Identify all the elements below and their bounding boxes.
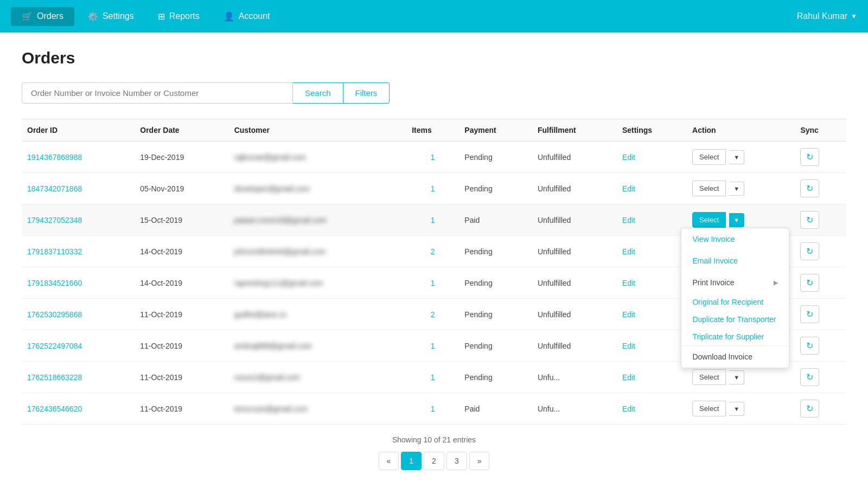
- customer-email: tomcruze@gmail.com: [234, 404, 308, 413]
- pagination-page-2[interactable]: 2: [424, 452, 444, 470]
- select-button-7[interactable]: Select: [692, 369, 726, 385]
- action-dropdown-menu: View Invoice Email Invoice Print Invoice…: [681, 228, 789, 368]
- dropdown-triplicate[interactable]: Triplicate for Supplier: [681, 328, 789, 345]
- dropdown-print-invoice[interactable]: Print Invoice ▶: [681, 272, 789, 293]
- action-cell-7: Select▼: [692, 369, 789, 385]
- nav-item-reports[interactable]: ⊞ Reports: [147, 7, 210, 26]
- search-bar: Search Filters: [22, 82, 846, 104]
- col-header-customer: Customer: [229, 119, 406, 142]
- cell-order-date: 11-Oct-2019: [135, 330, 228, 362]
- cell-customer: amitraj888@gmail.com: [229, 330, 406, 362]
- table-row: 1847342071868 05-Nov-2019 developer@gmai…: [22, 173, 846, 204]
- cell-payment: Pending: [459, 330, 532, 362]
- cell-order-date: 14-Oct-2019: [135, 267, 228, 299]
- cell-action: Select▼: [687, 173, 795, 204]
- select-button-8[interactable]: Select: [692, 401, 726, 416]
- action-cell-2: Select▼ View Invoice Email Invoice Print…: [692, 212, 789, 228]
- cell-payment: Pending: [459, 362, 532, 393]
- select-arrow-button-8[interactable]: ▼: [729, 402, 744, 416]
- select-button-1[interactable]: Select: [692, 181, 726, 196]
- nav-left: 🛒 Orders ⚙️ Settings ⊞ Reports 👤 Account: [11, 7, 281, 26]
- sync-button-1[interactable]: ↻: [800, 179, 819, 197]
- edit-link-4[interactable]: Edit: [622, 279, 635, 287]
- col-header-items: Items: [406, 119, 459, 142]
- user-name: Rahul Kumar: [797, 11, 847, 21]
- search-button[interactable]: Search: [293, 82, 343, 104]
- dropdown-original[interactable]: Original for Recipient: [681, 293, 789, 311]
- cell-payment: Paid: [459, 204, 532, 236]
- table-header-row: Order ID Order Date Customer Items Payme…: [22, 119, 846, 142]
- cell-items: 1: [406, 393, 459, 425]
- table-row: 1914367868988 19-Dec-2019 rajkumar@gmail…: [22, 142, 846, 173]
- order-id-link[interactable]: 1762530295868: [27, 310, 82, 319]
- edit-link-0[interactable]: Edit: [622, 153, 635, 162]
- filters-button[interactable]: Filters: [343, 82, 390, 104]
- user-menu[interactable]: Rahul Kumar ▼: [797, 11, 857, 21]
- sync-button-7[interactable]: ↻: [800, 368, 819, 386]
- order-id-link[interactable]: 1791837110332: [27, 247, 82, 256]
- cell-order-date: 19-Dec-2019: [135, 142, 228, 173]
- cell-sync: ↻: [795, 236, 846, 267]
- cell-order-date: 11-Oct-2019: [135, 362, 228, 393]
- edit-link-8[interactable]: Edit: [622, 404, 635, 413]
- dropdown-view-invoice[interactable]: View Invoice: [681, 228, 789, 250]
- cell-settings: Edit: [617, 299, 687, 330]
- edit-link-2[interactable]: Edit: [622, 216, 635, 224]
- select-arrow-button-0[interactable]: ▼: [729, 150, 744, 164]
- sync-button-4[interactable]: ↻: [800, 274, 819, 292]
- edit-link-3[interactable]: Edit: [622, 247, 635, 256]
- sync-button-0[interactable]: ↻: [800, 148, 819, 166]
- edit-link-6[interactable]: Edit: [622, 342, 635, 350]
- cell-fulfillment: Unfu...: [532, 393, 617, 425]
- search-input[interactable]: [22, 82, 293, 104]
- cell-order-date: 05-Nov-2019: [135, 173, 228, 204]
- select-button-2[interactable]: Select: [692, 212, 726, 228]
- order-id-link[interactable]: 1762518663228: [27, 373, 82, 382]
- sync-button-3[interactable]: ↻: [800, 242, 819, 260]
- customer-email: rajkumar@gmail.com: [234, 153, 306, 162]
- cell-customer: tomcruze@gmail.com: [229, 393, 406, 425]
- order-id-link[interactable]: 1791834521660: [27, 279, 82, 287]
- col-header-order-id: Order ID: [22, 119, 135, 142]
- cell-customer: developer@gmail.com: [229, 173, 406, 204]
- col-header-fulfillment: Fulfillment: [532, 119, 617, 142]
- cell-payment: Pending: [459, 236, 532, 267]
- pagination-next[interactable]: »: [469, 452, 490, 470]
- cell-order-id: 1847342071868: [22, 173, 135, 204]
- nav-item-account[interactable]: 👤 Account: [213, 7, 281, 26]
- cell-fulfillment: Unfulfilled: [532, 204, 617, 236]
- select-arrow-button-2[interactable]: ▼: [729, 213, 744, 227]
- order-id-link[interactable]: 1762436546620: [27, 404, 82, 413]
- sync-button-6[interactable]: ↻: [800, 337, 819, 355]
- edit-link-7[interactable]: Edit: [622, 373, 635, 382]
- select-arrow-button-1[interactable]: ▼: [729, 182, 744, 196]
- nav-item-orders[interactable]: 🛒 Orders: [11, 7, 74, 26]
- cell-customer: gudhe@aws.co: [229, 299, 406, 330]
- edit-link-1[interactable]: Edit: [622, 184, 635, 193]
- select-button-0[interactable]: Select: [692, 149, 726, 165]
- cart-icon: 🛒: [22, 11, 33, 22]
- order-id-link[interactable]: 1847342071868: [27, 184, 82, 193]
- sync-button-8[interactable]: ↻: [800, 400, 819, 418]
- order-id-link[interactable]: 1914367868988: [27, 153, 82, 162]
- pagination-page-3[interactable]: 3: [446, 452, 467, 470]
- cell-sync: ↻: [795, 173, 846, 204]
- col-header-payment: Payment: [459, 119, 532, 142]
- dropdown-download-invoice[interactable]: Download Invoice: [681, 345, 789, 368]
- cell-order-date: 11-Oct-2019: [135, 299, 228, 330]
- dropdown-email-invoice[interactable]: Email Invoice: [681, 250, 789, 272]
- edit-link-5[interactable]: Edit: [622, 310, 635, 319]
- order-id-link[interactable]: 1762522497084: [27, 342, 82, 350]
- dropdown-duplicate[interactable]: Duplicate for Transporter: [681, 311, 789, 328]
- pagination-prev[interactable]: «: [379, 452, 399, 470]
- pagination-area: Showing 10 of 21 entries « 1 2 3 »: [22, 435, 846, 470]
- order-id-link[interactable]: 1794327052348: [27, 216, 82, 224]
- pagination-page-1[interactable]: 1: [401, 452, 422, 470]
- select-arrow-button-7[interactable]: ▼: [729, 370, 744, 384]
- user-dropdown-arrow: ▼: [851, 12, 857, 20]
- nav-item-settings[interactable]: ⚙️ Settings: [76, 7, 145, 26]
- table-row: 1794327052348 15-Oct-2019 pawan.more18@g…: [22, 204, 846, 236]
- sync-button-5[interactable]: ↻: [800, 305, 819, 323]
- cell-settings: Edit: [617, 173, 687, 204]
- sync-button-2[interactable]: ↻: [800, 211, 819, 229]
